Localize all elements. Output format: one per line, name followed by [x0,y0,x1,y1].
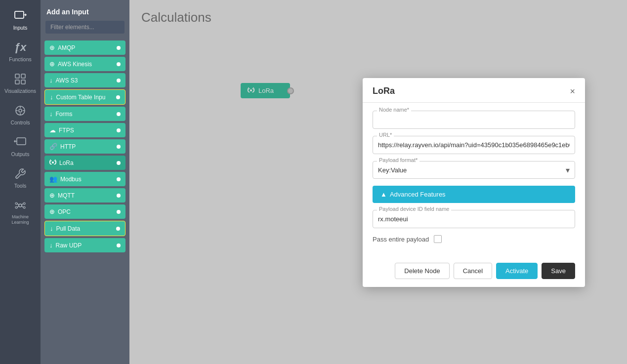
opc-label: OPC [58,208,71,215]
tools-icon [13,167,27,181]
modal-footer: Delete Node Cancel Activate Save [363,258,585,287]
pass-entire-payload-checkbox[interactable] [434,235,442,243]
payload-format-label: Payload format* [377,157,419,163]
sidebar-item-amqp[interactable]: ⊕ AMQP [44,40,125,55]
nav-item-outputs[interactable]: Outputs [0,130,41,162]
nav-label-outputs: Outputs [11,151,30,157]
delete-node-button[interactable]: Delete Node [395,263,449,279]
svg-rect-5 [21,74,25,78]
mqtt-label: MQTT [58,192,75,199]
svg-point-21 [23,206,25,208]
nav-label-visualizations: Visualizations [4,88,36,94]
filter-input[interactable] [45,21,125,34]
payload-device-id-label: Payload device ID field name [377,206,451,212]
nav-item-inputs[interactable]: Inputs [0,4,41,36]
main-canvas: Calculations LoRa LoRa × Node name* [129,0,627,364]
sidebar-item-raw-udp[interactable]: ↓ Raw UDP [44,238,125,252]
left-navigation: Inputs ƒx Functions Visualizations [0,0,41,364]
node-name-input[interactable] [378,115,570,124]
advanced-features-button[interactable]: ▲ Advanced Features [373,186,575,203]
svg-point-20 [15,206,17,208]
http-dot [117,145,121,149]
modal-header: LoRa × [363,78,585,103]
node-name-field-group: Node name* [373,111,575,129]
custom-table-icon: ↓ [50,93,53,101]
nav-label-machine-learning: MachineLearning [11,214,29,225]
payload-format-select[interactable]: Key:Value JSON XML CSV [378,166,570,174]
forms-dot [117,112,121,116]
svg-point-17 [19,204,22,207]
pass-entire-payload-row: Pass entire payload [373,235,575,243]
nav-item-machine-learning[interactable]: MachineLearning [0,194,41,230]
forms-icon: ↓ [49,110,53,118]
url-input[interactable] [378,140,570,150]
ftps-label: FTPS [59,127,74,134]
visualizations-icon [13,72,27,86]
sidebar-panel: Add an Input ⊕ AMQP ⊕ AWS Kinesis ↓ AWS … [41,0,129,364]
svg-rect-1 [15,11,24,18]
advanced-features-label: Advanced Features [390,191,446,198]
raw-udp-dot [117,243,121,247]
sidebar-item-forms[interactable]: ↓ Forms [44,107,125,121]
payload-format-field-group: Payload format* Key:Value JSON XML CSV [373,161,575,179]
pull-data-label: Pull Data [56,225,81,232]
sidebar-item-aws-kinesis[interactable]: ⊕ AWS Kinesis [44,57,125,71]
sidebar-item-lora[interactable]: LoRa [44,156,125,170]
node-name-label: Node name* [377,107,411,113]
lora-label: LoRa [59,160,74,166]
modal-title: LoRa [373,86,395,96]
nav-item-visualizations[interactable]: Visualizations [0,67,41,99]
save-button[interactable]: Save [542,263,575,279]
svg-marker-16 [14,140,15,143]
svg-point-19 [23,202,25,204]
pass-entire-payload-label: Pass entire payload [373,236,429,243]
modbus-dot [117,177,121,181]
nav-label-tools: Tools [14,183,27,189]
svg-line-25 [22,206,23,207]
modal-close-button[interactable]: × [570,87,575,96]
svg-point-9 [19,109,22,112]
lora-modal: LoRa × Node name* URL* Payload format* K [363,78,585,287]
payload-format-select-wrapper: Key:Value JSON XML CSV [378,165,570,174]
svg-rect-6 [15,80,19,84]
sidebar-item-ftps[interactable]: ☁ FTPS [44,123,125,137]
sidebar-item-modbus[interactable]: 👥 Modbus [44,172,125,186]
url-label: URL* [377,132,394,138]
nav-item-functions[interactable]: ƒx Functions [0,36,41,67]
sidebar-item-aws-s3[interactable]: ↓ AWS S3 [44,73,125,87]
sidebar-item-mqtt[interactable]: ⊕ MQTT [44,188,125,202]
sidebar-title: Add an Input [41,0,129,21]
nav-label-controls: Controls [10,120,30,125]
mqtt-icon: ⊕ [49,192,55,199]
aws-s3-icon: ↓ [49,77,53,84]
sidebar-list: ⊕ AMQP ⊕ AWS Kinesis ↓ AWS S3 ↓ Custom T… [41,39,129,364]
svg-line-24 [17,206,19,207]
outputs-icon [13,135,27,149]
cancel-button[interactable]: Cancel [454,263,492,279]
inputs-icon [13,9,27,23]
advanced-features-arrow: ▲ [380,191,387,198]
activate-button[interactable]: Activate [496,263,538,279]
opc-dot [117,210,121,214]
nav-item-tools[interactable]: Tools [0,162,41,194]
lora-icon [49,159,56,166]
svg-rect-14 [17,138,26,145]
mqtt-dot [117,194,121,198]
sidebar-item-pull-data[interactable]: ↓ Pull Data [44,221,125,236]
machine-learning-icon [13,199,27,212]
aws-s3-dot [117,79,121,82]
lora-dot [117,161,121,165]
svg-point-18 [15,202,17,204]
forms-label: Forms [56,111,73,118]
svg-marker-3 [25,13,27,16]
raw-udp-label: Raw UDP [56,242,82,249]
opc-icon: ⊕ [49,208,55,215]
svg-line-23 [22,203,23,205]
payload-device-id-input[interactable] [378,214,570,224]
nav-item-controls[interactable]: Controls [0,99,41,130]
sidebar-item-http[interactable]: 🔗 HTTP [44,139,125,154]
sidebar-item-custom-table[interactable]: ↓ Custom Table Inpu [44,89,125,105]
custom-table-dot [116,95,120,99]
modbus-label: Modbus [60,176,82,183]
sidebar-item-opc[interactable]: ⊕ OPC [44,204,125,219]
